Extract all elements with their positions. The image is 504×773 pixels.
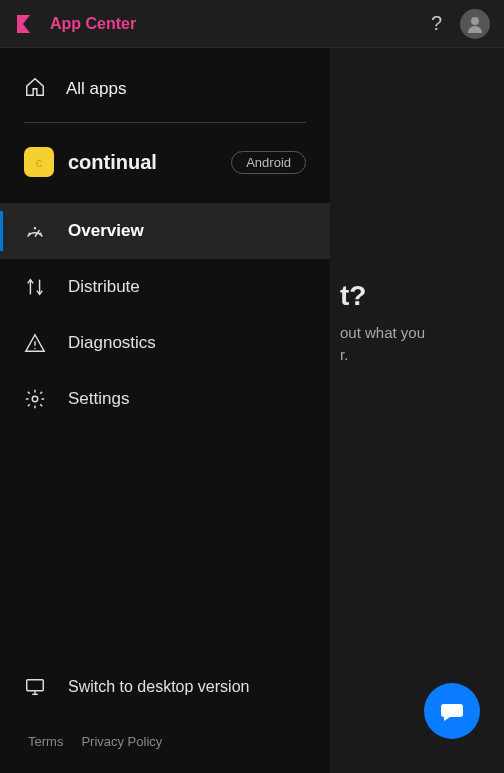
gauge-icon <box>24 220 46 242</box>
footer-terms[interactable]: Terms <box>28 734 63 749</box>
nav-section: Overview Distribute Diagnostics Settings <box>0 203 330 427</box>
appcenter-logo-icon <box>14 11 40 37</box>
svg-point-8 <box>34 348 35 349</box>
chat-icon <box>438 697 466 725</box>
content-sub-line2: r. <box>340 346 348 363</box>
current-app-row[interactable]: c continual Android <box>0 123 330 197</box>
nav-distribute-label: Distribute <box>68 277 140 297</box>
nav-distribute[interactable]: Distribute <box>0 259 330 315</box>
distribute-icon <box>24 276 46 298</box>
app-name: continual <box>68 151 231 174</box>
footer-links: Terms Privacy Policy <box>0 714 330 773</box>
nav-settings-label: Settings <box>68 389 129 409</box>
nav-settings[interactable]: Settings <box>0 371 330 427</box>
switch-desktop[interactable]: Switch to desktop version <box>0 660 330 714</box>
nav-overview[interactable]: Overview <box>0 203 330 259</box>
warning-icon <box>24 332 46 354</box>
brand-title: App Center <box>50 15 136 33</box>
all-apps-label: All apps <box>66 79 126 99</box>
platform-pill: Android <box>231 151 306 174</box>
nav-overview-label: Overview <box>68 221 144 241</box>
footer-privacy[interactable]: Privacy Policy <box>81 734 162 749</box>
svg-point-0 <box>471 17 479 25</box>
gear-icon <box>24 388 46 410</box>
nav-diagnostics[interactable]: Diagnostics <box>0 315 330 371</box>
help-icon[interactable]: ? <box>431 12 442 35</box>
nav-diagnostics-label: Diagnostics <box>68 333 156 353</box>
svg-point-9 <box>32 396 38 402</box>
chat-fab[interactable] <box>424 683 480 739</box>
svg-point-3 <box>35 228 36 229</box>
app-badge: c <box>24 147 54 177</box>
content-sub-line1: out what you <box>340 324 425 341</box>
user-avatar[interactable] <box>460 9 490 39</box>
sidebar: All apps c continual Android Overview Di… <box>0 48 330 773</box>
desktop-icon <box>24 676 46 698</box>
switch-desktop-label: Switch to desktop version <box>68 678 249 696</box>
content-heading: t? <box>340 280 366 312</box>
nav-all-apps[interactable]: All apps <box>0 48 330 122</box>
app-header: App Center ? <box>0 0 504 48</box>
home-icon <box>24 76 46 102</box>
svg-rect-10 <box>27 680 44 691</box>
svg-point-2 <box>29 233 30 234</box>
svg-point-4 <box>40 233 41 234</box>
